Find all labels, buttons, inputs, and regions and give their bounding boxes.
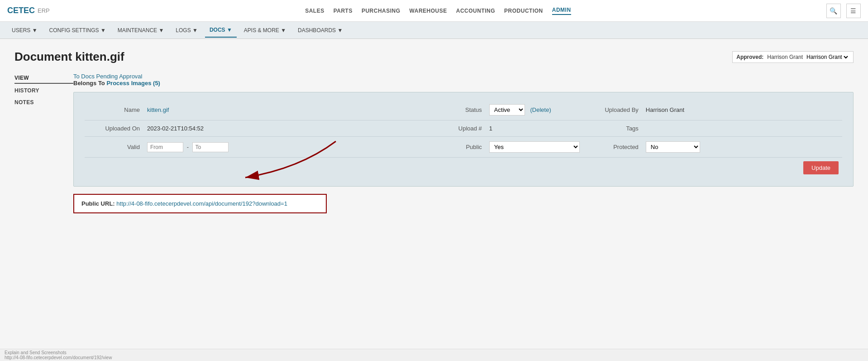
pending-approval-link[interactable]: To Docs Pending Approval — [73, 73, 142, 80]
valid-inputs: - — [143, 137, 431, 158]
protected-label: Protected — [583, 137, 642, 158]
brand-name: CETEC — [7, 6, 35, 15]
belongs-to-label: Belongs To Process Images (5) — [73, 80, 160, 87]
page-title: Document kitten.gif — [14, 50, 124, 64]
upload-num-value: 1 — [486, 120, 583, 137]
document-card: Name kitten.gif Status Active Inactive (… — [73, 92, 854, 187]
table-row-name: Name kitten.gif Status Active Inactive (… — [85, 100, 842, 120]
nav-admin[interactable]: ADMIN — [552, 7, 571, 15]
nav-warehouse[interactable]: WAREHOUSE — [410, 8, 447, 14]
page-header: Document kitten.gif Approved: Harrison G… — [14, 50, 854, 64]
public-select[interactable]: Yes No — [489, 141, 580, 153]
table-row-uploaded: Uploaded On 2023-02-21T10:54:52 Upload #… — [85, 120, 842, 137]
search-button[interactable]: 🔍 — [826, 4, 841, 18]
side-nav: VIEW HISTORY NOTES — [14, 73, 73, 213]
table-row-update: Update — [85, 158, 842, 179]
nav-parts[interactable]: PARTS — [334, 8, 353, 14]
public-url-box: Public URL: http://4-08-fifo.cetecerpdev… — [73, 194, 327, 213]
uploaded-on-value: 2023-02-21T10:54:52 — [143, 120, 431, 137]
bottom-line1: Explain and Send Screenshots — [5, 350, 863, 355]
public-url-label: Public URL: — [81, 200, 115, 207]
approved-select[interactable]: Harrison Grant — [805, 53, 849, 61]
brand-logo[interactable]: CETEC ERP — [7, 6, 50, 15]
nav-production[interactable]: PRODUCTION — [504, 8, 543, 14]
bottom-bar: Explain and Send Screenshots http://4-08… — [0, 349, 868, 361]
belongs-to-link[interactable]: Process Images (5) — [106, 80, 160, 87]
uploaded-by-value: Harrison Grant — [642, 100, 842, 120]
public-label: Public — [431, 137, 486, 158]
top-nav-right: 🔍 ☰ — [826, 4, 861, 18]
uploaded-by-label: Uploaded By — [583, 100, 642, 120]
side-nav-history[interactable]: HISTORY — [14, 84, 73, 96]
uploaded-on-label: Uploaded On — [85, 120, 143, 137]
menu-button[interactable]: ☰ — [846, 4, 861, 18]
protected-field: No Yes — [642, 137, 842, 158]
bottom-line2: http://4-08-fifo.cetecerpdevel.com/docum… — [5, 355, 863, 360]
nav-accounting[interactable]: ACCOUNTING — [456, 8, 495, 14]
nav-logs[interactable]: LOGS ▼ — [171, 24, 202, 37]
nav-apis[interactable]: APIS & MORE ▼ — [239, 24, 291, 37]
protected-select[interactable]: No Yes — [646, 141, 700, 153]
tags-value — [642, 120, 842, 137]
status-field: Active Inactive (Delete) — [486, 100, 583, 120]
side-nav-notes[interactable]: NOTES — [14, 96, 73, 107]
approved-dropdown-container: Approved: Harrison Grant Harrison Grant — [732, 51, 854, 63]
approved-value: Harrison Grant — [767, 54, 803, 60]
nav-docs[interactable]: DOCS ▼ — [205, 23, 237, 38]
status-label: Status — [431, 100, 486, 120]
nav-maintenance[interactable]: MAINTENANCE ▼ — [113, 24, 169, 37]
valid-label: Valid — [85, 137, 143, 158]
public-url-link[interactable]: http://4-08-fifo.cetecerpdevel.com/api/d… — [116, 200, 287, 207]
table-row-valid: Valid - Public Yes No — [85, 137, 842, 158]
top-navigation: CETEC ERP SALES PARTS PURCHASING WAREHOU… — [0, 0, 868, 22]
nav-config-settings[interactable]: CONFIG SETTINGS ▼ — [45, 24, 110, 37]
content-area: VIEW HISTORY NOTES To Docs Pending Appro… — [14, 73, 854, 213]
update-button[interactable]: Update — [803, 161, 839, 174]
side-nav-view[interactable]: VIEW — [14, 73, 73, 84]
main-nav-links: SALES PARTS PURCHASING WAREHOUSE ACCOUNT… — [305, 7, 571, 15]
nav-purchasing[interactable]: PURCHASING — [362, 8, 401, 14]
main-content: Document kitten.gif Approved: Harrison G… — [0, 39, 868, 361]
public-field: Yes No — [486, 137, 583, 158]
approved-label: Approved: — [736, 54, 763, 60]
second-navigation: USERS ▼ CONFIG SETTINGS ▼ MAINTENANCE ▼ … — [0, 22, 868, 39]
brand-erp: ERP — [38, 7, 50, 14]
document-table: Name kitten.gif Status Active Inactive (… — [85, 100, 842, 179]
status-select[interactable]: Active Inactive — [489, 104, 525, 116]
valid-from-input[interactable] — [147, 142, 183, 152]
nav-dashboards[interactable]: DASHBOARDS ▼ — [293, 24, 347, 37]
upload-num-label: Upload # — [431, 120, 486, 137]
name-value: kitten.gif — [143, 100, 431, 120]
tags-label: Tags — [583, 120, 642, 137]
main-doc-area: To Docs Pending Approval Belongs To Proc… — [73, 73, 854, 213]
delete-link[interactable]: (Delete) — [530, 106, 551, 113]
valid-separator: - — [187, 144, 189, 150]
nav-users[interactable]: USERS ▼ — [7, 24, 42, 37]
document-name-link[interactable]: kitten.gif — [147, 106, 169, 113]
valid-to-input[interactable] — [192, 142, 229, 152]
name-label: Name — [85, 100, 143, 120]
belongs-section: To Docs Pending Approval Belongs To Proc… — [73, 73, 854, 87]
nav-sales[interactable]: SALES — [305, 8, 324, 14]
